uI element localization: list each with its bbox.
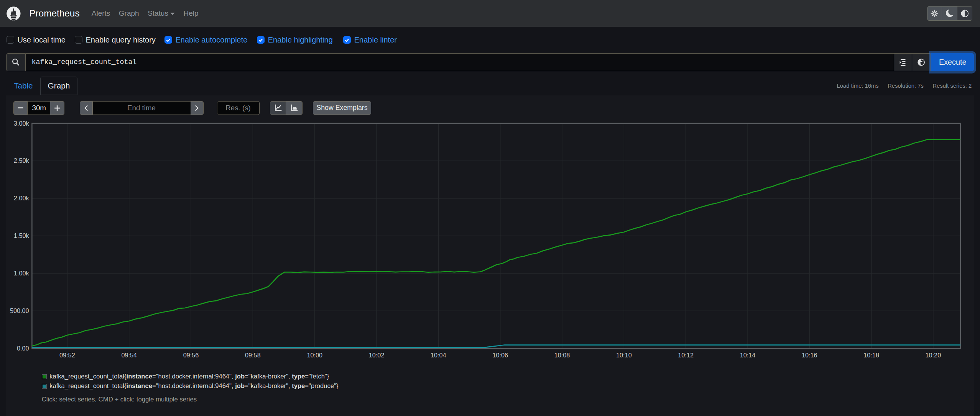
svg-text:3.00k: 3.00k [14, 120, 30, 127]
svg-text:10:20: 10:20 [926, 352, 941, 359]
svg-text:500.00: 500.00 [10, 307, 29, 314]
svg-text:0.00: 0.00 [17, 345, 29, 352]
svg-text:10:16: 10:16 [802, 352, 817, 359]
svg-text:2.50k: 2.50k [14, 157, 30, 164]
svg-text:2.00k: 2.00k [14, 195, 30, 201]
svg-text:1.00k: 1.00k [14, 270, 30, 277]
svg-text:10:12: 10:12 [678, 352, 694, 359]
svg-text:10:10: 10:10 [616, 352, 632, 359]
svg-text:10:04: 10:04 [431, 352, 446, 359]
svg-text:10:18: 10:18 [863, 352, 879, 359]
svg-text:10:02: 10:02 [369, 352, 385, 359]
svg-text:1.50k: 1.50k [14, 232, 30, 239]
svg-text:10:00: 10:00 [307, 352, 322, 359]
svg-text:10:08: 10:08 [554, 352, 570, 359]
svg-text:10:14: 10:14 [740, 352, 756, 359]
svg-text:09:56: 09:56 [183, 352, 199, 359]
svg-text:09:58: 09:58 [245, 352, 261, 359]
svg-text:10:06: 10:06 [492, 352, 508, 359]
svg-text:09:52: 09:52 [59, 352, 75, 359]
svg-text:09:54: 09:54 [121, 352, 137, 359]
